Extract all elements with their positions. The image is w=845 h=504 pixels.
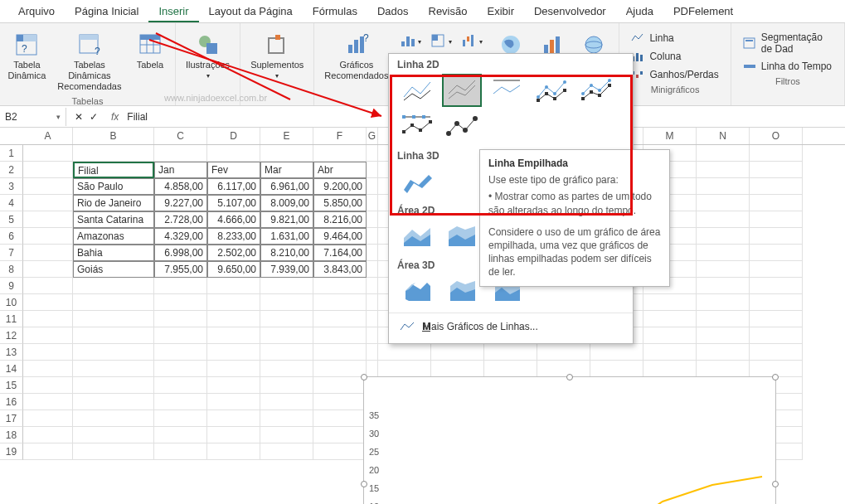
cell[interactable]: São Paulo [73,178,154,195]
cell[interactable] [537,344,590,361]
cell[interactable] [154,410,207,427]
cell[interactable] [750,145,803,162]
cell[interactable] [367,162,378,178]
cell[interactable] [260,361,313,377]
cell[interactable] [207,294,260,311]
tab-ajuda[interactable]: Ajuda [616,0,663,22]
cell[interactable] [484,361,537,377]
cell[interactable] [750,294,803,311]
line2d-100stacked-markers[interactable] [397,110,437,143]
cell[interactable]: 8.233,00 [207,228,260,245]
cell[interactable] [313,344,367,361]
cell[interactable] [750,228,803,245]
cell[interactable] [154,443,207,460]
cell[interactable] [367,311,378,327]
cell[interactable] [431,344,484,361]
cell[interactable]: 5.107,00 [207,195,260,211]
cell[interactable] [207,327,260,344]
cell[interactable]: 6.961,00 [260,178,313,195]
area3d-simple[interactable] [397,274,437,308]
area2d-stacked[interactable] [442,220,482,253]
cell[interactable] [260,377,313,394]
cell[interactable] [697,361,750,377]
cell[interactable] [207,443,260,460]
cell[interactable] [313,311,367,327]
cell[interactable] [697,294,750,311]
cell[interactable]: 6.998,00 [154,245,207,261]
cell[interactable]: 2.502,00 [207,245,260,261]
cell[interactable] [73,278,154,294]
column-header[interactable]: F [313,128,367,144]
cell[interactable] [750,311,803,327]
row-header[interactable]: 4 [0,195,23,211]
cell[interactable] [207,427,260,443]
column-header[interactable]: M [643,128,697,144]
column-header[interactable]: C [154,128,207,144]
cell[interactable] [23,361,73,377]
cell[interactable]: 4.666,00 [207,211,260,228]
cell[interactable] [367,344,378,361]
cell[interactable] [260,443,313,460]
tab-desenvolvedor[interactable]: Desenvolvedor [524,0,616,22]
cell[interactable] [750,344,803,361]
cell[interactable]: 1.631,00 [260,228,313,245]
cell[interactable] [313,427,367,443]
cell[interactable] [23,278,73,294]
sparkline-column-button[interactable]: Coluna [626,48,723,65]
cell[interactable] [23,311,73,327]
cell[interactable] [260,327,313,344]
cell[interactable] [367,261,378,278]
cell[interactable] [750,245,803,261]
cell[interactable] [73,394,154,410]
cell[interactable] [590,344,643,361]
cell[interactable] [260,311,313,327]
addins-button[interactable]: Suplementos ▾ [247,30,307,82]
cell[interactable]: 3.843,00 [313,261,367,278]
cell[interactable] [23,178,73,195]
cell[interactable] [697,178,750,195]
cell[interactable] [697,211,750,228]
cell[interactable] [23,427,73,443]
cell[interactable] [431,361,484,377]
cell[interactable] [154,327,207,344]
column-header[interactable]: A [23,128,73,144]
row-header[interactable]: 9 [0,278,23,294]
enter-formula-icon[interactable]: ✓ [90,111,98,123]
area2d-simple[interactable] [397,220,437,253]
cell[interactable] [697,261,750,278]
row-header[interactable]: 8 [0,261,23,278]
fx-icon[interactable]: fx [106,111,124,123]
cell[interactable]: 8.216,00 [313,211,367,228]
cell[interactable] [313,145,367,162]
cell[interactable] [313,294,367,311]
line2d-simple[interactable] [397,74,437,107]
cell[interactable] [697,228,750,245]
chart-preview[interactable]: onas Bahia Goiás Abr 35 30 25 20 15 10 5… [363,376,776,504]
sparkline-winloss-button[interactable]: Ganhos/Perdas [626,66,723,83]
column-header[interactable]: O [750,128,803,144]
cell[interactable] [313,443,367,460]
cell[interactable] [697,245,750,261]
cell[interactable] [313,410,367,427]
cell[interactable]: Santa Catarina [73,211,154,228]
cell[interactable] [23,145,73,162]
cell[interactable] [207,344,260,361]
line2d-stacked[interactable] [442,74,482,107]
cell[interactable] [23,327,73,344]
line2d-100stacked[interactable] [487,74,527,107]
cell[interactable] [73,344,154,361]
cell[interactable]: 9.200,00 [313,178,367,195]
cell[interactable] [207,410,260,427]
cell[interactable]: 2.728,00 [154,211,207,228]
cell[interactable]: 8.009,00 [260,195,313,211]
cell[interactable] [367,211,378,228]
cell[interactable] [313,361,367,377]
cell[interactable] [154,294,207,311]
cell[interactable] [154,427,207,443]
cell[interactable]: 8.210,00 [260,245,313,261]
row-header[interactable]: 6 [0,228,23,245]
cell[interactable]: 4.858,00 [154,178,207,195]
tab-revisao[interactable]: Revisão [419,0,478,22]
cell[interactable] [260,278,313,294]
cell[interactable] [367,294,378,311]
